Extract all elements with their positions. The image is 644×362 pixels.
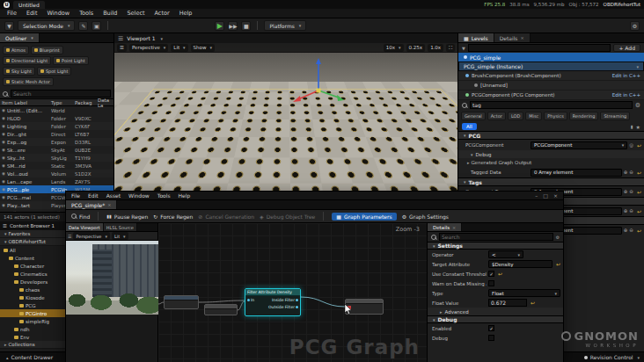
collections-section[interactable]: ▸Collections bbox=[0, 341, 65, 349]
outliner-row[interactable]: ◉ HLOD Folder V9DXC bbox=[0, 114, 113, 122]
bookmark-icon[interactable]: ▮ bbox=[631, 124, 633, 129]
place-actor-chip[interactable]: Static Mesh Actor bbox=[3, 77, 54, 86]
reset-to-default-icon[interactable]: ↩ bbox=[637, 142, 641, 148]
clear-array-icon[interactable]: ⊖ bbox=[629, 208, 633, 214]
platforms-dropdown[interactable]: Platforms▾ bbox=[264, 20, 306, 31]
menu-item[interactable]: Tools bbox=[157, 192, 171, 199]
add-button[interactable]: + Add bbox=[613, 44, 640, 52]
details-search-input[interactable] bbox=[470, 101, 633, 109]
visibility-eye-icon[interactable]: ◉ bbox=[0, 179, 7, 184]
menu-item[interactable]: File bbox=[7, 10, 17, 17]
visibility-eye-icon[interactable]: ◉ bbox=[0, 203, 7, 207]
viewport-3d-scene[interactable]: ☰ Perspective▾ Lit▾ Show▾ 10x▾ 0.25x 1.0… bbox=[114, 43, 457, 192]
outside-filter-pin[interactable] bbox=[296, 306, 298, 308]
clear-array-icon[interactable]: ⊖ bbox=[629, 189, 633, 194]
viewport-lit-dropdown[interactable]: Lit▾ bbox=[171, 44, 187, 52]
reset-to-default-icon[interactable]: ↩ bbox=[637, 189, 641, 195]
component-row-brush[interactable]: BrushComponent (BrushComponent) Edit in … bbox=[458, 71, 644, 81]
levels-search-input[interactable] bbox=[468, 44, 611, 52]
close-icon[interactable]: × bbox=[553, 192, 558, 199]
screen-percentage-control[interactable]: 1.0x bbox=[428, 44, 443, 52]
viewport-options-icon[interactable]: ☰ bbox=[68, 234, 71, 239]
place-actor-chip[interactable]: Spot Light bbox=[37, 67, 71, 76]
target-attribute-input[interactable]: $Density bbox=[488, 260, 553, 268]
visibility-eye-icon[interactable]: ◉ bbox=[0, 156, 7, 160]
reset-to-default-icon[interactable]: ↩ bbox=[637, 208, 641, 214]
force-regen-button[interactable]: ↻Force Regen bbox=[153, 214, 193, 220]
col-item-label[interactable]: Item Label bbox=[0, 100, 49, 105]
cube-tool-icon[interactable]: ▣ bbox=[91, 21, 101, 31]
component-row-unnamed[interactable]: [Unnamed] bbox=[458, 81, 644, 90]
selection-mode-dropdown[interactable]: Selection Mode▾ bbox=[18, 20, 75, 31]
data-viewport-preview[interactable] bbox=[66, 241, 158, 315]
component-row-pcg[interactable]: PCGComponent (PCG Component) Edit in C++ bbox=[458, 90, 644, 100]
project-root-section[interactable]: ▾OBDRifehortTut bbox=[0, 238, 65, 246]
favorites-section[interactable]: ▾Favorites bbox=[0, 230, 65, 238]
tab-node-details[interactable]: Details × bbox=[428, 223, 462, 231]
outliner-row[interactable]: ◉ Dir...ght Direct LT6B7 bbox=[0, 130, 113, 138]
enabled-checkbox[interactable]: ✓ bbox=[488, 325, 494, 331]
graph-settings-button[interactable]: ⚙Graph Settings bbox=[402, 214, 449, 220]
stop-button[interactable]: ■ bbox=[241, 21, 251, 31]
reset-to-default-icon[interactable]: ↩ bbox=[531, 300, 535, 306]
close-icon[interactable]: × bbox=[452, 225, 456, 230]
dv-perspective-dropdown[interactable]: Perspective▾ bbox=[73, 232, 109, 240]
col-data-layer[interactable]: Data La bbox=[96, 98, 113, 108]
tag-chip-all[interactable]: All bbox=[462, 123, 477, 130]
outliner-row[interactable]: ◉ Vol...oud Volum S1D2X bbox=[0, 170, 113, 177]
brush-tool-icon[interactable]: ✎ bbox=[78, 21, 88, 31]
float-value-input[interactable] bbox=[488, 299, 527, 307]
node-details-search-input[interactable] bbox=[439, 233, 553, 241]
outliner-row[interactable]: ◉ SM...rid Static 3M3VA bbox=[0, 162, 113, 170]
place-actor-chip[interactable]: Blueprint bbox=[31, 46, 63, 54]
reset-to-default-icon[interactable]: ↩ bbox=[637, 170, 641, 176]
category-tab[interactable]: Streaming bbox=[600, 112, 630, 120]
visibility-eye-icon[interactable]: ◉ bbox=[0, 148, 7, 152]
edit-in-cpp-link[interactable]: Edit in C++ bbox=[612, 73, 640, 78]
play-button[interactable]: ▶ bbox=[215, 21, 224, 31]
tab-levels[interactable]: ▦ Levels bbox=[458, 33, 494, 42]
col-package[interactable]: Packag bbox=[73, 100, 96, 105]
outliner-row[interactable]: ◉ Sky...ht SkyLig T1YH9 bbox=[0, 154, 113, 162]
visibility-eye-icon[interactable]: ◉ bbox=[0, 116, 7, 120]
menu-item[interactable]: Window bbox=[47, 10, 70, 17]
menu-item[interactable]: Help bbox=[179, 10, 193, 17]
category-tab[interactable]: Rendering bbox=[569, 112, 599, 120]
maximize-viewport-icon[interactable]: ⛶ bbox=[446, 44, 455, 52]
menu-item[interactable]: File bbox=[71, 192, 80, 199]
details-settings-gear-icon[interactable]: ⚙ bbox=[635, 102, 640, 109]
in-pin[interactable] bbox=[247, 299, 250, 301]
visibility-eye-icon[interactable]: ◉ bbox=[0, 195, 7, 199]
place-actor-chip[interactable]: Sky Light bbox=[3, 67, 35, 76]
outliner-row[interactable]: ◉ Lan...cape Lands ZAY7S bbox=[0, 177, 113, 185]
menu-item[interactable]: Help bbox=[179, 192, 191, 199]
clear-array-icon[interactable]: ⊖ bbox=[629, 228, 633, 233]
edit-in-cpp-link[interactable]: Edit in C++ bbox=[612, 92, 640, 98]
menu-item[interactable]: Select bbox=[127, 10, 144, 17]
folder-item[interactable]: Cinematics bbox=[0, 270, 65, 278]
add-element-icon[interactable]: ⊕ bbox=[624, 189, 628, 194]
add-element-icon[interactable]: ⊕ bbox=[624, 208, 628, 214]
tab-pcg-simple[interactable]: PCG_simple* × bbox=[66, 200, 117, 209]
filter-funnel-icon[interactable]: ▼ bbox=[462, 46, 465, 51]
folder-item[interactable]: PCGintro bbox=[0, 309, 65, 317]
tab-details[interactable]: Details × bbox=[494, 33, 531, 42]
restore-icon[interactable]: □ bbox=[543, 192, 548, 199]
content-browser-titlebar[interactable]: ☰Content Browser 1 bbox=[0, 221, 65, 230]
frame-skip-button[interactable]: ▶▶ bbox=[228, 21, 238, 31]
section-settings[interactable]: ▾Settings bbox=[428, 242, 563, 250]
outliner-row[interactable]: ◉ Sk...ere SkyAt 0UB2E bbox=[0, 146, 113, 154]
place-actor-chip[interactable]: Atmos bbox=[3, 46, 29, 54]
pcg-editor-window[interactable]: FileEditAssetWindowToolsHelp – □ × PCG_s… bbox=[66, 192, 563, 362]
browse-to-icon[interactable]: ◎ bbox=[629, 142, 633, 148]
dv-lit-dropdown[interactable]: Lit▾ bbox=[112, 232, 128, 240]
visibility-eye-icon[interactable]: ◉ bbox=[0, 124, 7, 128]
transform-gizmo[interactable] bbox=[290, 55, 348, 108]
current-level-row[interactable]: PCG_simple bbox=[458, 53, 644, 62]
place-actor-chip[interactable]: Point Light bbox=[53, 56, 88, 65]
pcg-component-combo[interactable]: PCGComponent ▾ bbox=[531, 141, 627, 149]
category-tab[interactable]: Actor bbox=[487, 112, 506, 120]
tab-hlsl-source[interactable]: HLSL Source bbox=[104, 223, 137, 231]
filter-attribute-density-node[interactable]: Filter Attribute Density In Inside Filte… bbox=[245, 288, 301, 316]
inside-filter-pin[interactable] bbox=[296, 299, 298, 301]
